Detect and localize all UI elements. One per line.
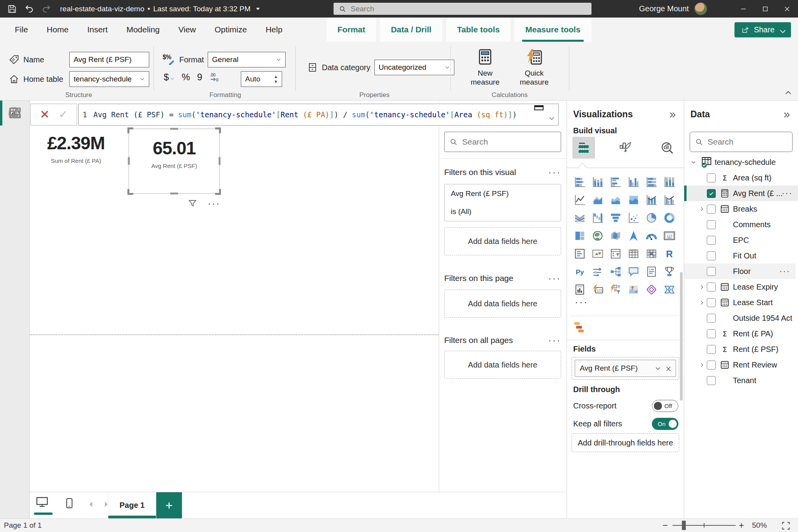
more-options-icon[interactable]: ··· — [548, 170, 561, 174]
card-visual-sum-rent[interactable]: £2.39M Sum of Rent (£ PA) — [37, 133, 115, 164]
filter-funnel-icon[interactable] — [187, 198, 198, 209]
resize-handle[interactable] — [215, 189, 221, 195]
more-options-icon[interactable]: ··· — [208, 201, 221, 205]
fields-well[interactable]: Avg Rent (£ PSF) — [572, 357, 679, 380]
field-row[interactable]: Lease Start ··· — [684, 295, 798, 310]
data-category-select[interactable]: Uncategorized — [374, 60, 454, 75]
menu-item[interactable]: Help — [256, 25, 292, 34]
stacked-bar-chart-icon[interactable] — [571, 173, 589, 191]
field-checkbox[interactable] — [707, 236, 716, 245]
undo-icon[interactable] — [24, 4, 34, 14]
contextual-tab[interactable]: Measure tools — [514, 18, 591, 42]
spinner-arrows-icon[interactable]: ▲▼ — [274, 75, 278, 84]
more-options-icon[interactable]: ··· — [548, 276, 561, 280]
dax-formula-input[interactable]: 1 Avg Rent (£ PSF) = sum('tenancy-schedu… — [78, 104, 559, 125]
field-checkbox[interactable] — [707, 376, 716, 385]
custom-gantt-visual-icon[interactable] — [573, 320, 587, 334]
arcgis-map-icon[interactable] — [625, 281, 643, 299]
document-title[interactable]: real-estate-data-viz-demo • Last saved: … — [60, 5, 261, 13]
slicer-icon[interactable] — [607, 245, 625, 263]
field-row[interactable]: Avg Rent (£ ... ··· — [684, 186, 798, 201]
field-checkbox[interactable] — [707, 173, 716, 182]
cross-report-toggle[interactable]: Off — [652, 400, 678, 412]
zoom-slider-thumb[interactable] — [682, 521, 686, 530]
format-select[interactable]: General — [208, 52, 286, 67]
filters-search-box[interactable] — [444, 132, 561, 152]
qa-icon[interactable] — [625, 263, 643, 281]
home-table-select[interactable]: tenancy-schedule — [69, 71, 149, 87]
menu-item[interactable]: Optimize — [205, 25, 256, 34]
share-button[interactable]: Share — [734, 22, 791, 37]
cancel-formula-icon[interactable]: ✕ — [40, 109, 49, 120]
field-checkbox[interactable] — [707, 298, 716, 307]
field-checkbox[interactable] — [707, 345, 716, 354]
field-pill-avg-rent[interactable]: Avg Rent (£ PSF) — [575, 360, 676, 377]
funnel-chart-icon[interactable] — [607, 209, 625, 227]
collapse-pane-icon[interactable] — [782, 111, 791, 119]
menu-item[interactable]: File — [5, 25, 37, 34]
ribbon-chart-icon[interactable] — [571, 209, 589, 227]
remove-field-icon[interactable] — [665, 366, 671, 371]
chevron-down-icon[interactable] — [688, 154, 698, 170]
decimal-places-icon[interactable]: .000 — [209, 71, 221, 83]
save-icon[interactable] — [7, 4, 17, 14]
menu-item[interactable]: Insert — [78, 25, 117, 34]
filters-search-input[interactable] — [462, 137, 547, 147]
slicer-new-icon[interactable] — [607, 281, 625, 299]
report-canvas[interactable]: £2.39M Sum of Rent (£ PA) 65.01 Avg Rent… — [30, 101, 439, 518]
chevron-right-icon[interactable] — [697, 295, 707, 310]
field-row[interactable]: Breaks ··· — [684, 201, 798, 217]
multi-row-card-icon[interactable] — [571, 245, 589, 263]
zoom-out-icon[interactable]: − — [662, 520, 668, 531]
field-checkbox[interactable] — [707, 361, 716, 369]
add-drill-through-dropzone[interactable]: Add drill-through fields here — [572, 433, 679, 452]
field-row[interactable]: Σ Area (sq ft) ··· — [684, 170, 798, 186]
100-stacked-area-chart-icon[interactable] — [625, 191, 643, 209]
menu-item[interactable]: Modeling — [117, 25, 169, 34]
global-search-input[interactable] — [351, 5, 573, 13]
commit-formula-icon[interactable]: ✓ — [58, 109, 67, 120]
field-row[interactable]: Σ Rent (£ PSF) ··· — [684, 341, 798, 357]
close-button[interactable] — [776, 0, 798, 18]
analytics-tab[interactable] — [656, 137, 678, 159]
filter-card-avg-rent[interactable]: Avg Rent (£ PSF) is (All) — [444, 184, 561, 221]
data-search-input[interactable] — [708, 137, 781, 147]
menu-item[interactable]: View — [169, 25, 205, 34]
decomposition-tree-icon[interactable] — [607, 263, 625, 281]
field-row[interactable]: Rent Review ··· — [684, 357, 798, 373]
resize-handle[interactable] — [170, 193, 178, 194]
decimal-auto-spinner[interactable]: Auto ▲▼ — [241, 71, 282, 87]
avatar[interactable] — [694, 2, 707, 15]
contextual-tab[interactable]: Data / Drill — [380, 18, 442, 42]
field-row[interactable]: EPC ··· — [684, 232, 798, 248]
add-data-fields-dropzone[interactable]: Add data fields here — [444, 227, 561, 255]
power-apps-icon[interactable] — [643, 281, 660, 299]
field-row[interactable]: Comments ··· — [684, 217, 798, 232]
resize-handle[interactable] — [170, 128, 178, 130]
field-row[interactable]: Σ Rent (£ PA) ··· — [684, 326, 798, 341]
minimize-button[interactable] — [733, 0, 754, 18]
line-chart-icon[interactable] — [571, 191, 589, 209]
previous-page-icon[interactable] — [87, 500, 95, 509]
azure-map-icon[interactable] — [625, 227, 643, 245]
smart-narrative-icon[interactable] — [643, 263, 660, 281]
global-search-box[interactable] — [334, 3, 591, 15]
build-visual-tab[interactable] — [572, 137, 595, 159]
contextual-tab[interactable]: Format — [327, 18, 376, 42]
chevron-down-icon[interactable] — [655, 365, 661, 372]
title-dropdown-icon[interactable] — [255, 6, 261, 12]
line-and-clustered-column-chart-icon[interactable] — [660, 191, 678, 209]
more-options-icon[interactable]: ··· — [782, 192, 793, 195]
field-checkbox[interactable] — [707, 329, 716, 338]
data-search-box[interactable] — [690, 132, 793, 152]
account-area[interactable]: George Mount — [639, 0, 707, 18]
chevron-right-icon[interactable] — [697, 357, 707, 373]
field-checkbox[interactable] — [707, 220, 716, 229]
card-icon[interactable]: 123 — [660, 227, 678, 245]
currency-format-button[interactable]: $ — [164, 72, 175, 83]
format-visual-tab[interactable] — [614, 137, 637, 159]
key-influencers-icon[interactable] — [589, 263, 607, 281]
menu-item[interactable]: Home — [37, 25, 78, 34]
clustered-bar-chart-icon[interactable] — [607, 173, 625, 191]
add-data-fields-dropzone[interactable]: Add data fields here — [444, 351, 561, 379]
